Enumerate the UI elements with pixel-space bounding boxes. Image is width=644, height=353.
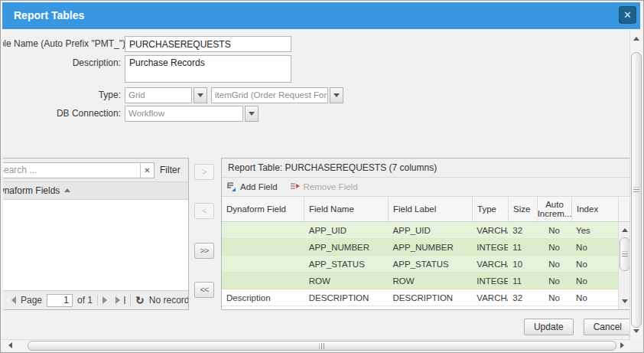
dialog-horizontal-scrollbar[interactable]: [2, 339, 630, 351]
grid-select-arrow[interactable]: [330, 87, 343, 103]
cell-field-label: APP_STATUS: [389, 260, 473, 269]
update-button[interactable]: Update: [524, 319, 574, 335]
cell-size: 10: [508, 260, 537, 269]
table-name-input[interactable]: [125, 36, 291, 52]
cell-field-name: DESCRIPTION: [304, 293, 389, 302]
table-name-label: Table Name (Auto Prefix "PMT_"):: [3, 36, 125, 52]
search-input[interactable]: [3, 163, 140, 178]
scroll-right-icon[interactable]: [620, 342, 627, 348]
cell-size: 11: [508, 243, 537, 252]
clear-search-button[interactable]: ✕: [140, 163, 154, 178]
chevron-down-icon: [249, 112, 255, 119]
grid-scrollbar-thumb[interactable]: [620, 237, 630, 271]
filter-button[interactable]: Filter: [160, 165, 181, 175]
column-header-field-label[interactable]: Field Label: [389, 197, 473, 221]
report-table-panel: Report Table: PURCHASEREQUESTS (7 column…: [221, 158, 630, 310]
dynaform-fields-column-header[interactable]: Dynaform Fields: [3, 182, 188, 200]
grid-rows: APP_UID APP_UID VARCHAR 32 No Yes APP_NU…: [222, 222, 618, 306]
table-row[interactable]: Description DESCRIPTION DESCRIPTION VARC…: [222, 289, 618, 306]
remove-field-button[interactable]: Remove Field: [290, 181, 358, 192]
move-left-button[interactable]: <: [194, 203, 214, 219]
type-select-arrow[interactable]: [194, 87, 207, 103]
grid-select-value: itemGrid (Order Request Form): [211, 87, 328, 103]
type-row: Type: Grid itemGrid (Order Request Form): [3, 87, 343, 103]
scrolled-content: Table Name (Auto Prefix "PMT_"): Descrip…: [3, 30, 630, 340]
close-icon: ✕: [623, 9, 632, 21]
description-input[interactable]: Purchase Records: [125, 55, 291, 83]
cell-field-label: ROW: [389, 276, 473, 286]
cell-index: Yes: [571, 226, 618, 235]
cell-type: INTEGER: [472, 276, 508, 286]
column-header-dynaform-field[interactable]: Dynaform Field: [222, 197, 304, 221]
grid-column-headers: Dynaform Field Field Name Field Label Ty…: [222, 197, 630, 222]
scroll-up-icon[interactable]: [633, 34, 639, 41]
move-all-right-button[interactable]: >>: [194, 243, 214, 259]
dynaform-fields-panel: ✕ Filter Dynaform Fields Page: [3, 158, 189, 310]
cell-field-name: APP_STATUS: [304, 260, 389, 269]
close-button[interactable]: ✕: [619, 6, 636, 24]
page-of-label: of 1: [77, 295, 93, 306]
dialog-vertical-scrollbar[interactable]: [629, 30, 642, 340]
cell-auto-increment: No: [537, 226, 571, 235]
table-row[interactable]: ROW ROW INTEGER 11 No No: [222, 273, 618, 289]
cell-field-name: ROW: [304, 276, 389, 286]
remove-field-label: Remove Field: [304, 182, 358, 191]
add-field-icon: [226, 181, 237, 192]
cell-auto-increment: No: [537, 276, 571, 286]
refresh-icon[interactable]: ↻: [135, 295, 145, 306]
search-toolbar: ✕ Filter: [3, 159, 188, 182]
db-connection-label: DB Connection:: [3, 106, 125, 122]
db-connection-row: DB Connection: Workflow: [3, 106, 259, 122]
column-header-type[interactable]: Type: [473, 197, 509, 221]
scroll-down-icon[interactable]: [633, 329, 639, 336]
vertical-scrollbar-thumb[interactable]: [631, 52, 642, 328]
remove-field-icon: [290, 181, 301, 192]
column-header-index[interactable]: Index: [572, 197, 619, 221]
move-right-button[interactable]: >: [194, 164, 214, 180]
cancel-button[interactable]: Cancel: [584, 319, 630, 335]
dynaform-fields-list: [3, 200, 188, 290]
dialog-content: Table Name (Auto Prefix "PMT_"): Descrip…: [3, 30, 630, 340]
dialog-title: Report Tables: [14, 2, 84, 29]
add-field-button[interactable]: Add Field: [226, 181, 278, 192]
cell-type: VARCHAR: [472, 293, 508, 302]
report-table-header: Report Table: PURCHASEREQUESTS (7 column…: [222, 159, 630, 178]
column-header-auto-increment[interactable]: Auto Increm...: [538, 197, 572, 221]
db-connection-arrow[interactable]: [245, 106, 259, 122]
type-select[interactable]: Grid: [125, 87, 207, 103]
table-row[interactable]: APP_STATUS APP_STATUS VARCHAR 10 No No: [222, 256, 618, 273]
column-header-field-name[interactable]: Field Name: [304, 197, 389, 221]
cell-field-label: APP_NUMBER: [389, 243, 473, 252]
table-name-row: Table Name (Auto Prefix "PMT_"):: [3, 36, 291, 52]
report-tables-dialog: Report Tables ✕ Table Name (Auto Prefix …: [0, 0, 644, 353]
scroll-down-icon[interactable]: [622, 299, 628, 306]
cell-index: No: [571, 260, 618, 269]
next-page-button[interactable]: [102, 296, 111, 304]
chevron-down-icon: [333, 93, 340, 100]
cell-field-label: APP_UID: [389, 226, 473, 235]
page-number-input[interactable]: [47, 294, 73, 307]
table-row[interactable]: APP_UID APP_UID VARCHAR 32 No Yes: [222, 222, 618, 239]
footer-actions: Update Cancel: [524, 319, 630, 335]
horizontal-scrollbar-thumb[interactable]: [28, 341, 616, 351]
scroll-left-icon[interactable]: [5, 342, 12, 348]
column-header-size[interactable]: Size: [509, 197, 538, 221]
table-row[interactable]: APP_NUMBER APP_NUMBER INTEGER 11 No No: [222, 239, 618, 256]
cell-field-name: APP_NUMBER: [304, 243, 389, 252]
cell-size: 32: [508, 293, 537, 302]
add-field-label: Add Field: [240, 182, 278, 191]
field-transfer-panels: ✕ Filter Dynaform Fields Page: [3, 158, 630, 311]
pager-status: No records: [149, 295, 188, 306]
move-all-left-button[interactable]: <<: [194, 282, 214, 298]
grid-scrollbar[interactable]: [618, 222, 630, 309]
cell-index: No: [571, 276, 618, 286]
scroll-up-icon[interactable]: [622, 225, 628, 232]
cell-index: No: [571, 293, 618, 302]
last-page-button[interactable]: [115, 296, 125, 304]
previous-page-button[interactable]: [8, 296, 16, 304]
db-connection-select[interactable]: Workflow: [125, 106, 259, 122]
search-box: ✕: [3, 162, 154, 178]
cell-size: 11: [508, 276, 537, 286]
grid-select[interactable]: itemGrid (Order Request Form): [211, 87, 343, 103]
description-label: Description:: [3, 55, 125, 71]
